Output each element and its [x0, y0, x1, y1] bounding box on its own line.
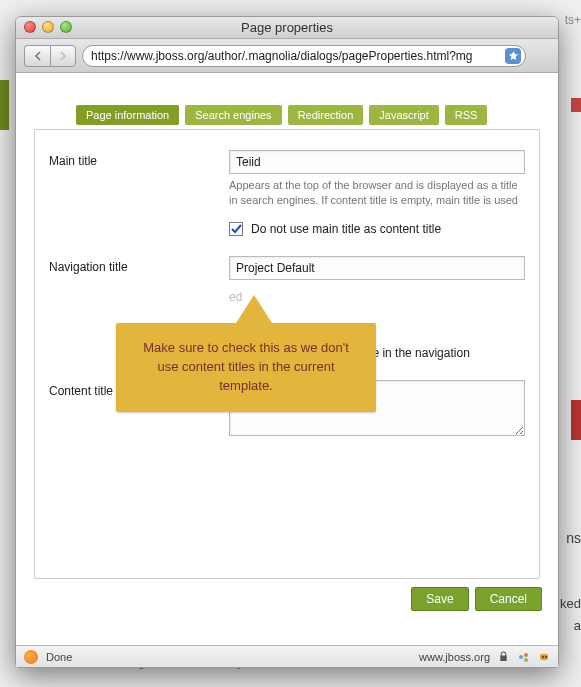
- url-bar[interactable]: https://www.jboss.org/author/.magnolia/d…: [82, 45, 526, 67]
- save-button[interactable]: Save: [411, 587, 468, 611]
- firefox-icon: [24, 650, 38, 664]
- status-bar: Done www.jboss.org: [16, 645, 558, 667]
- svg-point-1: [524, 653, 528, 657]
- status-right-text: www.jboss.org: [419, 651, 490, 663]
- tab-page-information[interactable]: Page information: [76, 105, 179, 125]
- status-left-text: Done: [46, 651, 72, 663]
- tab-rss[interactable]: RSS: [445, 105, 488, 125]
- dialog-window: Page properties https://www.jboss.org/au…: [15, 16, 559, 668]
- nav-title-label: Navigation title: [49, 256, 229, 274]
- svg-point-4: [542, 656, 544, 658]
- tab-bar: Page information Search engines Redirect…: [34, 105, 540, 125]
- browser-toolbar: https://www.jboss.org/author/.magnolia/d…: [16, 39, 558, 73]
- back-button[interactable]: [24, 45, 50, 67]
- titlebar: Page properties: [16, 17, 558, 39]
- bookmark-star-icon[interactable]: [505, 48, 521, 64]
- tab-javascript[interactable]: Javascript: [369, 105, 439, 125]
- nav-title-input[interactable]: [229, 256, 525, 280]
- window-title: Page properties: [241, 20, 333, 35]
- bg-text: ked: [560, 596, 581, 611]
- bg-text: ns: [566, 530, 581, 546]
- svg-point-2: [524, 658, 528, 662]
- annotation-callout: Make sure to check this as we don't use …: [116, 323, 376, 412]
- main-title-label: Main title: [49, 150, 229, 168]
- no-content-title-checkbox-label: Do not use main title as content title: [251, 222, 441, 236]
- tab-redirection[interactable]: Redirection: [288, 105, 364, 125]
- forward-button[interactable]: [50, 45, 76, 67]
- firebug-icon[interactable]: [538, 651, 550, 663]
- main-title-input[interactable]: [229, 150, 525, 174]
- tab-search-engines[interactable]: Search engines: [185, 105, 281, 125]
- lock-icon: [498, 651, 510, 663]
- bg-text: ts+: [565, 13, 581, 27]
- extension-icon[interactable]: [518, 651, 530, 663]
- main-title-help: Appears at the top of the browser and is…: [229, 178, 525, 208]
- cancel-button[interactable]: Cancel: [475, 587, 542, 611]
- svg-point-5: [545, 656, 547, 658]
- no-content-title-checkbox[interactable]: [229, 222, 243, 236]
- close-icon[interactable]: [24, 21, 36, 33]
- zoom-icon[interactable]: [60, 21, 72, 33]
- url-text: https://www.jboss.org/author/.magnolia/d…: [91, 49, 505, 63]
- svg-point-0: [519, 655, 523, 659]
- obscured-text: ed: [229, 290, 525, 304]
- minimize-icon[interactable]: [42, 21, 54, 33]
- bg-text: a: [574, 618, 581, 633]
